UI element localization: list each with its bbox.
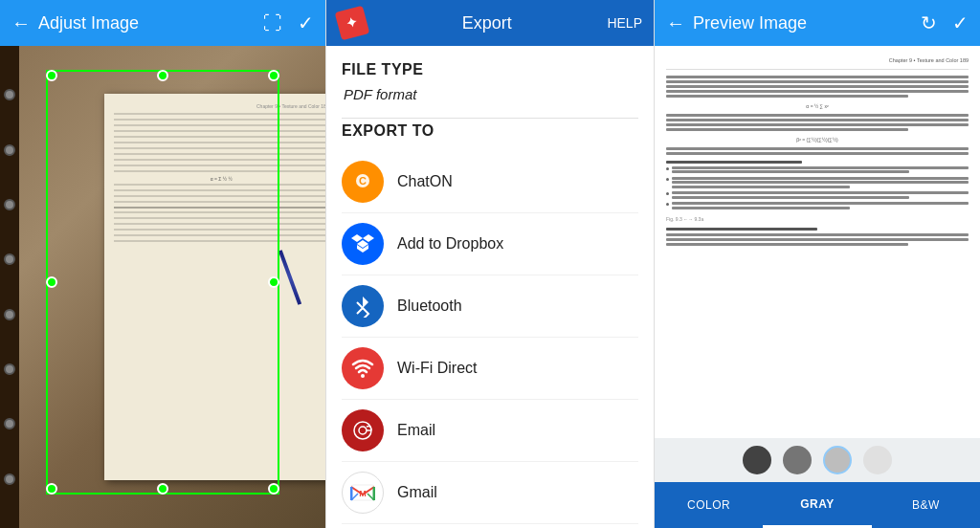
color-swatches-section [655,438,980,482]
export-item-chaton[interactable]: C ChatON [342,151,638,213]
adjust-image-title: Adjust Image [38,13,139,33]
color-mode-color-label: COLOR [687,498,730,512]
equation-2: β² = (∑½)(∑½)(∑½) [666,137,969,143]
color-mode-bw[interactable]: B&W [872,482,980,528]
dropbox-icon [342,223,384,265]
text-line [672,191,969,194]
list-text [672,191,969,200]
equation-1: α = ½ ∑ x² [666,103,969,110]
section-heading-bar [666,161,802,164]
spiral-ring [4,89,15,100]
text-line [666,90,969,93]
color-mode-color[interactable]: COLOR [655,482,763,528]
corner-handle-tl[interactable] [46,70,57,81]
back-icon[interactable]: ← [11,12,31,34]
color-mode-bar: COLOR GRAY B&W [655,482,980,528]
text-block-list [666,166,969,211]
export-item-bluetooth[interactable]: Bluetooth [342,275,638,338]
svg-point-7 [361,374,365,378]
svg-marker-2 [351,234,363,242]
spiral-binding [0,46,19,528]
color-mode-gray[interactable]: GRAY [763,482,871,528]
color-mode-gray-label: GRAY [800,497,835,511]
image-area: Chapter 9 • Texture and Color 189 α = Σ … [0,46,325,528]
app-logo: ✦ [335,6,370,41]
text-block-2 [666,114,969,131]
export-to-label: EXPORT TO [342,122,638,140]
bullet [666,192,669,195]
swatch-dark-gray[interactable] [743,446,771,474]
swatch-very-light-gray[interactable] [863,446,892,474]
bullet [666,178,669,181]
bluetooth-label: Bluetooth [397,297,462,315]
list-item-4 [666,202,969,210]
preview-refresh-icon[interactable]: ↻ [921,11,937,34]
export-item-dropbox[interactable]: Add to Dropbox [342,213,638,275]
text-line [672,202,969,205]
text-line [666,128,908,131]
export-item-gmail[interactable]: M Gmail [342,462,638,524]
wifi-icon [342,347,384,389]
corner-handle-bm[interactable] [157,483,168,495]
color-mode-bw-label: B&W [912,498,940,512]
text-line [666,76,969,78]
corner-handle-ml[interactable] [46,276,57,288]
text-line [672,170,909,173]
bullet [666,203,669,206]
bluetooth-icon [342,285,384,327]
spiral-ring [4,473,15,485]
list-text [672,166,969,175]
list-item-3 [666,191,969,200]
svg-text:C: C [359,175,367,187]
wifi-label: Wi-Fi Direct [397,360,478,377]
svg-point-9 [359,427,367,434]
list-item-1 [666,166,969,175]
selection-overlay [46,70,280,495]
text-block-1 [666,76,969,98]
header-right: ⛶ ✓ [263,11,314,34]
preview-check-icon[interactable]: ✓ [952,11,969,34]
text-line [666,152,969,155]
header-left: ← Adjust Image [11,12,139,34]
corner-handle-bl[interactable] [46,483,57,495]
swatch-medium-gray[interactable] [783,446,812,474]
help-button[interactable]: HELP [607,15,642,31]
export-item-drive[interactable]: Drive [342,524,638,528]
svg-text:M: M [359,489,367,498]
text-line [672,207,850,209]
export-panel: ✦ Export HELP FILE TYPE PDF format EXPOR… [325,0,655,528]
preview-header-right: ↻ ✓ [921,11,969,34]
email-icon [342,409,384,451]
chaton-icon: C [342,161,384,203]
svg-marker-3 [363,234,374,242]
preview-image-panel: ← Preview Image ↻ ✓ Chapter 9 • Texture … [655,0,980,528]
spiral-ring [4,363,15,375]
preview-back-icon[interactable]: ← [666,12,685,34]
export-title: Export [462,13,512,33]
text-line [672,186,850,188]
export-item-email[interactable]: Email [342,400,638,462]
spiral-ring [4,253,15,265]
expand-icon[interactable]: ⛶ [263,12,282,34]
file-type-label: FILE TYPE [342,61,638,78]
preview-header-left: ← Preview Image [666,12,807,34]
export-content: FILE TYPE PDF format EXPORT TO C ChatON [326,46,654,528]
text-line [666,233,969,236]
text-line [672,196,909,199]
preview-content: Chapter 9 • Texture and Color 189 α = ½ … [655,46,980,482]
doc-chapter-header: Chapter 9 • Texture and Color 189 [666,57,969,70]
preview-title: Preview Image [693,13,807,33]
corner-handle-mr[interactable] [268,276,279,288]
dropbox-label: Add to Dropbox [397,235,503,253]
swatch-light-gray[interactable] [823,446,852,474]
corner-handle-tm[interactable] [157,70,168,81]
spiral-ring [4,418,15,429]
spiral-ring [4,144,15,156]
list-item-2 [666,177,969,190]
check-icon[interactable]: ✓ [298,11,314,34]
text-line [666,238,969,241]
export-item-wifi[interactable]: Wi-Fi Direct [342,338,638,400]
export-header: ✦ Export HELP [326,0,654,46]
text-line [666,80,969,83]
text-line [672,181,969,184]
